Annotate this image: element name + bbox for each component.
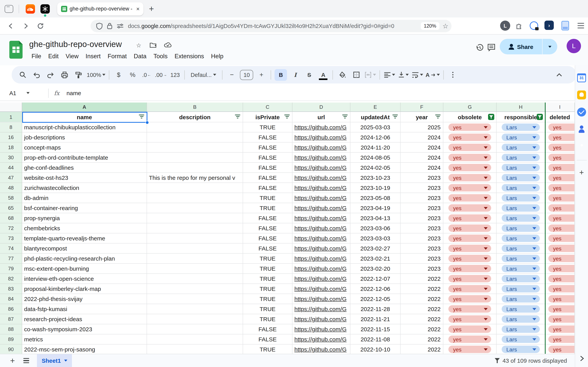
cell-name[interactable]: db-admin	[22, 193, 147, 203]
cell-is-private[interactable]: FALSE	[243, 234, 293, 243]
cell-description[interactable]	[147, 193, 243, 203]
cell-deleted[interactable]: yes	[545, 213, 575, 223]
cell-description[interactable]	[147, 142, 243, 153]
cell-url[interactable]: https://github.com/G	[293, 264, 350, 274]
cell-responsible[interactable]: Lars	[497, 203, 545, 213]
cell-responsible[interactable]: Lars	[497, 153, 545, 163]
cell-is-private[interactable]: FALSE	[243, 173, 293, 183]
obsolete-dropdown-chip[interactable]: yes	[448, 174, 491, 181]
menu-edit[interactable]: Edit	[45, 52, 62, 61]
deleted-dropdown-chip[interactable]: yes	[548, 154, 574, 161]
cell-url[interactable]: https://github.com/G	[293, 234, 350, 243]
cell-obsolete[interactable]: yes	[443, 193, 497, 203]
cell-deleted[interactable]: yes	[545, 324, 575, 334]
obsolete-dropdown-chip[interactable]: yes	[448, 214, 491, 222]
cell-is-private[interactable]: TRUE	[243, 264, 293, 274]
cell-is-private[interactable]: FALSE	[243, 142, 293, 153]
menu-data[interactable]: Data	[130, 52, 150, 61]
row-header-84[interactable]: 84	[0, 294, 22, 304]
print-icon[interactable]	[59, 69, 70, 81]
cell-description[interactable]	[147, 294, 243, 304]
cell-url[interactable]: https://github.com/G	[293, 142, 350, 153]
row-header-74[interactable]: 74	[0, 243, 22, 254]
cell-obsolete[interactable]: yes	[443, 284, 497, 294]
cell-obsolete[interactable]: yes	[443, 254, 497, 264]
cell-description[interactable]	[147, 264, 243, 274]
cell-obsolete[interactable]: yes	[443, 243, 497, 254]
column-header-C[interactable]: C	[243, 102, 293, 112]
cell-responsible[interactable]: Lars	[497, 314, 545, 324]
responsible-dropdown-chip[interactable]: Lars	[502, 154, 540, 161]
cell-description[interactable]	[147, 183, 243, 193]
cell-url[interactable]: https://github.com/G	[293, 334, 350, 344]
url-link[interactable]: https://github.com/G	[293, 235, 346, 242]
cell-is-private[interactable]: FALSE	[243, 334, 293, 344]
cell-url[interactable]: https://github.com/G	[293, 344, 350, 355]
font-select[interactable]: Defaul...	[188, 69, 219, 81]
cell-year[interactable]: 2022	[401, 334, 443, 344]
merge-cells-icon[interactable]	[364, 69, 376, 81]
menu-extensions[interactable]: Extensions	[171, 52, 208, 61]
obsolete-dropdown-chip[interactable]: yes	[448, 275, 491, 282]
cell-updated-at[interactable]: 2022-11-15	[350, 324, 401, 334]
cell-obsolete[interactable]: yes	[443, 213, 497, 223]
row-header-86[interactable]: 86	[0, 304, 22, 314]
cell-responsible[interactable]: Lars	[497, 122, 545, 133]
cell-name[interactable]: template-quarto-revealjs-theme	[22, 234, 147, 243]
share-dropdown[interactable]	[543, 46, 557, 48]
share-button[interactable]: Share	[500, 39, 557, 54]
select-all-corner[interactable]	[0, 102, 22, 112]
cell-description[interactable]	[147, 203, 243, 213]
cell-updated-at[interactable]: 2023-03-03	[350, 234, 401, 243]
cell-updated-at[interactable]: 2022-11-08	[350, 334, 401, 344]
cell-description[interactable]	[147, 122, 243, 133]
cell-year[interactable]: 2023	[401, 193, 443, 203]
header-cell-url[interactable]: url	[293, 112, 350, 122]
cell-year[interactable]: 2023	[401, 213, 443, 223]
zoom-select[interactable]: 100%	[87, 69, 105, 81]
url-link[interactable]: https://github.com/G	[293, 245, 346, 252]
cell-deleted[interactable]: yes	[545, 304, 575, 314]
header-cell-year[interactable]: year	[401, 112, 443, 122]
responsible-dropdown-chip[interactable]: Lars	[502, 265, 540, 272]
header-cell-deleted[interactable]: deleted	[545, 112, 575, 122]
borders-icon[interactable]	[351, 69, 362, 81]
cell-year[interactable]: 2022	[401, 274, 443, 284]
menu-help[interactable]: Help	[208, 52, 227, 61]
header-cell-responsible[interactable]: responsible	[497, 112, 545, 122]
cell-deleted[interactable]: yes	[545, 173, 575, 183]
row-header-87[interactable]: 87	[0, 314, 22, 324]
row-header-30[interactable]: 30	[0, 153, 22, 163]
url-link[interactable]: https://github.com/G	[293, 296, 346, 302]
cell-obsolete[interactable]: yes	[443, 314, 497, 324]
font-size-input[interactable]: 10	[240, 70, 253, 80]
cell-is-private[interactable]: FALSE	[243, 153, 293, 163]
obsolete-dropdown-chip[interactable]: yes	[448, 204, 491, 212]
new-tab-button[interactable]: +	[149, 4, 154, 14]
url-link[interactable]: https://github.com/G	[293, 346, 346, 353]
cell-url[interactable]: https://github.com/G	[293, 324, 350, 334]
format-percent-button[interactable]: %	[127, 69, 138, 81]
cell-name[interactable]: proposal-kimberley-clark-map	[22, 284, 147, 294]
cell-updated-at[interactable]: 2023-10-19	[350, 183, 401, 193]
responsible-dropdown-chip[interactable]: Lars	[502, 174, 540, 181]
cell-is-private[interactable]: FALSE	[243, 163, 293, 173]
cell-name[interactable]: research-project-ideas	[22, 314, 147, 324]
cell-updated-at[interactable]: 2023-04-13	[350, 213, 401, 223]
cell-deleted[interactable]: yes	[545, 314, 575, 324]
cell-obsolete[interactable]: yes	[443, 223, 497, 234]
cell-obsolete[interactable]: yes	[443, 153, 497, 163]
cell-name[interactable]: 2022-msc-sem-proj-sasong	[22, 344, 147, 355]
cell-obsolete[interactable]: yes	[443, 274, 497, 284]
cell-updated-at[interactable]: 2022-12-07	[350, 274, 401, 284]
row-header-79[interactable]: 79	[0, 264, 22, 274]
cell-updated-at[interactable]: 2022-10-10	[350, 344, 401, 355]
deleted-dropdown-chip[interactable]: yes	[548, 194, 574, 201]
deleted-dropdown-chip[interactable]: yes	[548, 325, 574, 333]
cell-name[interactable]: interview-eth-open-science	[22, 274, 147, 284]
row-header-77[interactable]: 77	[0, 254, 22, 264]
cell-year[interactable]: 2024	[401, 153, 443, 163]
document-extension-icon[interactable]	[560, 21, 570, 31]
cell-description[interactable]	[147, 344, 243, 355]
responsible-dropdown-chip[interactable]: Lars	[502, 133, 540, 141]
